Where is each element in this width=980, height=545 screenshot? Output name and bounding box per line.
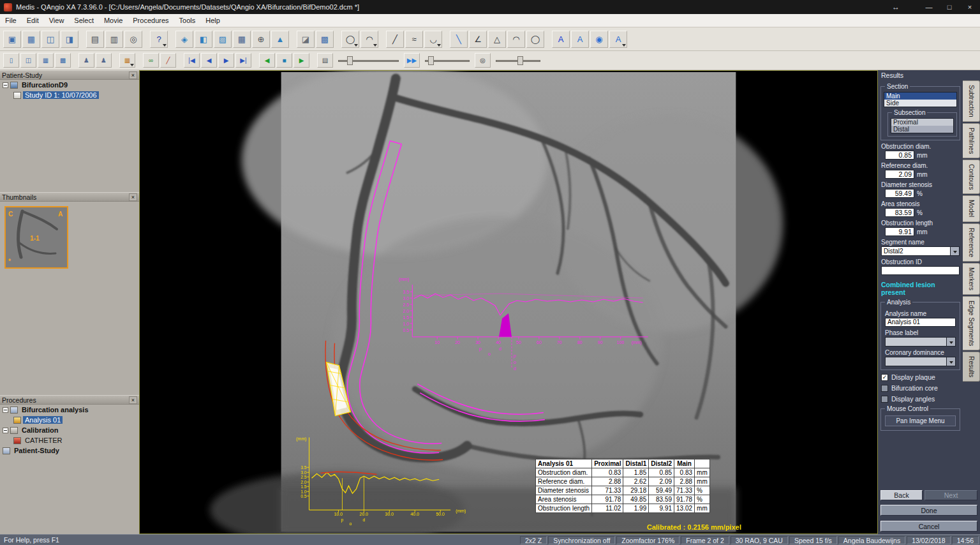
menu-help[interactable]: Help (200, 14, 225, 27)
export-grid-icon[interactable]: ▩ (316, 31, 334, 48)
tab-contours[interactable]: Contours (963, 160, 980, 195)
menu-edit[interactable]: Edit (22, 14, 44, 27)
subsection-option-distal[interactable]: Distal (891, 126, 953, 133)
copy-image-icon[interactable]: ◫ (41, 31, 59, 48)
line-measure-icon[interactable]: ╱ (386, 31, 404, 48)
cine-reverse-icon[interactable]: ◀ (259, 53, 275, 68)
slider-thumb[interactable] (428, 56, 434, 65)
clipboard-copy-icon[interactable]: ◪ (297, 31, 315, 48)
help-icon[interactable]: ? (150, 31, 168, 48)
prev-frame-icon[interactable]: ◀ (201, 53, 217, 68)
checkbox-icon[interactable]: ✓ (881, 374, 888, 381)
cancel-button[interactable]: Cancel (880, 521, 977, 532)
section-option-main[interactable]: Main (884, 93, 956, 100)
tree-item-catheter[interactable]: CATHETER (0, 435, 139, 445)
annotation-arrow-icon[interactable]: A (571, 31, 589, 48)
expander-icon[interactable] (3, 428, 8, 433)
tab-model[interactable]: Model (963, 195, 980, 221)
results-table-icon[interactable]: ▦ (233, 31, 251, 48)
magnify-region-icon[interactable]: ◯ (341, 31, 359, 48)
fast-forward-icon[interactable]: ▶▶ (404, 53, 420, 68)
angle-tool-icon[interactable]: ∠ (469, 31, 487, 48)
print-icon[interactable]: ▥ (105, 31, 123, 48)
section-listbox[interactable]: Main Side (884, 92, 957, 107)
filmstrip-icon[interactable]: ▤ (317, 53, 333, 68)
layout-1x2-icon[interactable]: ◫ (20, 53, 36, 68)
tree-item-patient[interactable]: BifurcationD9 (0, 80, 139, 90)
protractor-icon[interactable]: △ (488, 31, 506, 48)
tree-item-analysis-01[interactable]: Analysis 01 (0, 415, 139, 425)
caliper-icon[interactable]: ◠ (360, 31, 378, 48)
subsection-listbox[interactable]: Proximal Distal (891, 118, 954, 133)
slider-thumb[interactable] (517, 56, 523, 65)
tab-pathlines[interactable]: Pathlines (963, 123, 980, 158)
draw-line-icon[interactable]: ╲ (450, 31, 468, 48)
reference-overlay-icon[interactable]: ◧ (195, 31, 212, 48)
detect-contours-icon[interactable]: ◈ (175, 31, 193, 48)
slider-thumb[interactable] (347, 56, 353, 65)
checkbox-icon[interactable] (881, 385, 888, 392)
menu-select[interactable]: Select (69, 14, 99, 27)
tab-results[interactable]: Results (963, 352, 980, 382)
menu-file[interactable]: File (0, 14, 22, 27)
phase-label-select[interactable] (885, 337, 956, 347)
cine-speed-slider[interactable] (425, 55, 470, 66)
close-panel-button[interactable]: × (129, 71, 137, 79)
display-angles-checkbox[interactable]: Display angles (881, 395, 960, 403)
curve-tool-icon[interactable]: ◠ (507, 31, 525, 48)
cine-stop-icon[interactable]: ■ (276, 53, 292, 68)
tree-item-patient-study[interactable]: Patient-Study (0, 445, 139, 456)
tree-item-bifurcation-analysis[interactable]: Bifurcation analysis (0, 405, 139, 415)
dropdown-arrow-icon[interactable] (950, 247, 959, 255)
tab-reference[interactable]: Reference (963, 223, 980, 262)
next-button[interactable]: Next (924, 490, 977, 500)
tab-subtraction[interactable]: Subtraction (963, 80, 980, 122)
analysis-name-input[interactable]: Analysis 01 (885, 318, 956, 327)
subtraction-view-icon[interactable]: ▨ (214, 31, 232, 48)
tree-item-calibration[interactable]: Calibration (0, 425, 139, 435)
menu-tools[interactable]: Tools (174, 14, 201, 27)
patient-icon[interactable]: ♟ (78, 53, 94, 68)
goto-last-frame-icon[interactable]: ▶| (235, 53, 251, 68)
checkbox-icon[interactable] (881, 396, 888, 403)
back-button[interactable]: Back (880, 490, 923, 500)
series-thumbnail[interactable]: C A 1-1 * (4, 206, 68, 269)
ellipse-tool-icon[interactable]: ◯ (526, 31, 544, 48)
open-study-icon[interactable]: ▣ (3, 31, 21, 48)
close-panel-button[interactable]: × (129, 396, 137, 404)
cine-play-icon[interactable]: ▶ (293, 53, 309, 68)
layout-2x2-icon[interactable]: ▦ (38, 53, 54, 68)
spline-curve-icon[interactable]: ◡ (424, 31, 442, 48)
tree-item-study[interactable]: Study ID 1: 10/07/2006 (0, 90, 139, 100)
save-study-icon[interactable]: ▦ (22, 31, 40, 48)
link-series-icon[interactable]: ∞ (143, 53, 159, 68)
menu-procedures[interactable]: Procedures (128, 14, 174, 27)
layout-3x3-icon[interactable]: ▩ (55, 53, 71, 68)
zoom-slider[interactable] (496, 55, 540, 66)
add-patient-icon[interactable]: ♟ (96, 53, 112, 68)
segment-name-select[interactable]: Distal2 (881, 246, 960, 256)
minimize-button[interactable]: — (919, 0, 939, 14)
tab-edge-segments[interactable]: Edge Segments (963, 296, 980, 350)
title-bar[interactable]: Medis - QAngio XA 7.3.96.0 - [C:/Users/A… (0, 0, 980, 14)
goto-first-frame-icon[interactable]: |◀ (184, 53, 200, 68)
obstruction-id-input[interactable] (881, 266, 960, 275)
expander-icon[interactable] (3, 407, 8, 413)
next-frame-icon[interactable]: ▶ (218, 53, 234, 68)
menu-view[interactable]: View (44, 14, 70, 27)
close-panel-button[interactable]: × (129, 193, 137, 201)
report-document-icon[interactable]: ▤ (86, 31, 104, 48)
display-plaque-checkbox[interactable]: ✓ Display plaque (881, 373, 960, 381)
print-preview-icon[interactable]: ◎ (124, 31, 142, 48)
zoom-magnifier-icon[interactable]: ◎ (475, 53, 491, 68)
subsection-option-proximal[interactable]: Proximal (891, 119, 953, 126)
marker-pin-icon[interactable]: ◉ (590, 31, 608, 48)
edit-pathline-icon[interactable]: ╱ (160, 53, 176, 68)
expander-icon[interactable] (3, 82, 8, 88)
text-abc-icon[interactable]: A (552, 31, 570, 48)
tab-markers[interactable]: Markers (963, 263, 980, 295)
dropdown-arrow-icon[interactable] (946, 338, 955, 346)
dropdown-arrow-icon[interactable] (946, 357, 955, 366)
image-viewport[interactable]: 3.53.02.52.01.51.00.5 102030405060708090… (139, 70, 878, 534)
angiogram-image[interactable]: 3.53.02.52.01.51.00.5 102030405060708090… (140, 71, 877, 534)
